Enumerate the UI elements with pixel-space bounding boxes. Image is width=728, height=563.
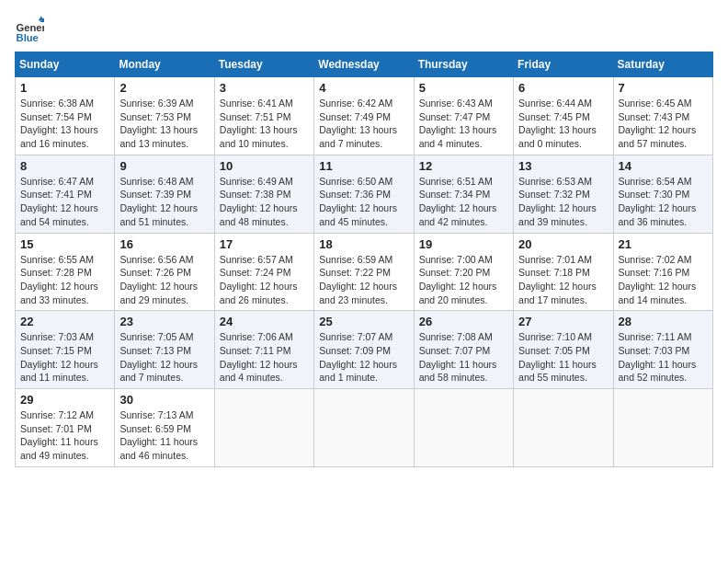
day-info: Sunrise: 6:45 AMSunset: 7:43 PMDaylight:… <box>619 97 708 151</box>
day-info: Sunrise: 6:39 AMSunset: 7:53 PMDaylight:… <box>119 97 209 151</box>
day-info: Sunrise: 6:38 AMSunset: 7:54 PMDaylight:… <box>20 97 109 151</box>
day-number: 1 <box>20 81 109 95</box>
calendar-cell: 10Sunrise: 6:49 AMSunset: 7:38 PMDayligh… <box>214 155 313 233</box>
calendar-cell: 30Sunrise: 7:13 AMSunset: 6:59 PMDayligh… <box>115 389 214 467</box>
calendar-cell: 28Sunrise: 7:11 AMSunset: 7:03 PMDayligh… <box>613 311 712 389</box>
calendar-cell: 5Sunrise: 6:43 AMSunset: 7:47 PMDaylight… <box>414 77 513 155</box>
day-number: 19 <box>419 237 508 251</box>
calendar-cell <box>613 389 712 467</box>
calendar-cell <box>414 389 513 467</box>
calendar-cell: 27Sunrise: 7:10 AMSunset: 7:05 PMDayligh… <box>514 311 613 389</box>
day-number: 9 <box>119 159 209 173</box>
day-number: 5 <box>419 81 508 95</box>
day-info: Sunrise: 7:06 AMSunset: 7:11 PMDaylight:… <box>220 330 309 385</box>
calendar-week-row: 22Sunrise: 7:03 AMSunset: 7:15 PMDayligh… <box>16 311 713 389</box>
day-info: Sunrise: 6:51 AMSunset: 7:34 PMDaylight:… <box>419 175 508 229</box>
col-header-friday: Friday <box>514 52 613 77</box>
calendar-cell: 2Sunrise: 6:39 AMSunset: 7:53 PMDaylight… <box>115 77 214 155</box>
day-number: 14 <box>619 159 708 173</box>
day-number: 21 <box>619 237 708 251</box>
day-number: 4 <box>319 81 408 95</box>
col-header-monday: Monday <box>115 52 214 77</box>
day-number: 2 <box>119 81 209 95</box>
day-number: 11 <box>319 159 408 173</box>
calendar-cell: 13Sunrise: 6:53 AMSunset: 7:32 PMDayligh… <box>514 155 613 233</box>
day-number: 7 <box>619 81 708 95</box>
col-header-wednesday: Wednesday <box>314 52 414 77</box>
day-number: 6 <box>518 81 608 95</box>
col-header-thursday: Thursday <box>414 52 513 77</box>
day-number: 13 <box>518 159 608 173</box>
day-info: Sunrise: 6:53 AMSunset: 7:32 PMDaylight:… <box>518 175 608 229</box>
svg-text:General: General <box>17 22 44 33</box>
day-number: 24 <box>220 315 309 328</box>
day-info: Sunrise: 7:00 AMSunset: 7:20 PMDaylight:… <box>419 253 508 307</box>
calendar-cell: 3Sunrise: 6:41 AMSunset: 7:51 PMDaylight… <box>214 77 313 155</box>
logo: General Blue <box>15 15 44 44</box>
calendar-week-row: 15Sunrise: 6:55 AMSunset: 7:28 PMDayligh… <box>16 233 713 311</box>
day-info: Sunrise: 7:08 AMSunset: 7:07 PMDaylight:… <box>419 330 508 385</box>
day-info: Sunrise: 7:01 AMSunset: 7:18 PMDaylight:… <box>518 253 608 307</box>
day-number: 29 <box>20 393 109 407</box>
day-number: 20 <box>518 237 608 251</box>
day-info: Sunrise: 7:12 AMSunset: 7:01 PMDaylight:… <box>20 408 109 463</box>
day-number: 8 <box>20 159 109 173</box>
day-info: Sunrise: 7:02 AMSunset: 7:16 PMDaylight:… <box>619 253 708 307</box>
day-info: Sunrise: 6:44 AMSunset: 7:45 PMDaylight:… <box>518 97 608 151</box>
calendar-cell: 8Sunrise: 6:47 AMSunset: 7:41 PMDaylight… <box>16 155 115 233</box>
calendar-cell <box>514 389 613 467</box>
day-info: Sunrise: 7:07 AMSunset: 7:09 PMDaylight:… <box>319 330 408 385</box>
calendar-week-row: 8Sunrise: 6:47 AMSunset: 7:41 PMDaylight… <box>16 155 713 233</box>
calendar-cell <box>314 389 414 467</box>
day-info: Sunrise: 6:55 AMSunset: 7:28 PMDaylight:… <box>20 253 109 307</box>
day-number: 3 <box>220 81 309 95</box>
calendar-cell: 25Sunrise: 7:07 AMSunset: 7:09 PMDayligh… <box>314 311 414 389</box>
calendar-cell: 19Sunrise: 7:00 AMSunset: 7:20 PMDayligh… <box>414 233 513 311</box>
calendar-cell: 23Sunrise: 7:05 AMSunset: 7:13 PMDayligh… <box>115 311 214 389</box>
calendar-cell <box>214 389 313 467</box>
day-info: Sunrise: 6:48 AMSunset: 7:39 PMDaylight:… <box>119 175 209 229</box>
day-info: Sunrise: 7:11 AMSunset: 7:03 PMDaylight:… <box>619 330 708 385</box>
day-info: Sunrise: 6:54 AMSunset: 7:30 PMDaylight:… <box>619 175 708 229</box>
day-info: Sunrise: 7:03 AMSunset: 7:15 PMDaylight:… <box>20 330 109 385</box>
calendar-header-row: SundayMondayTuesdayWednesdayThursdayFrid… <box>16 52 713 77</box>
day-info: Sunrise: 7:10 AMSunset: 7:05 PMDaylight:… <box>518 330 608 385</box>
day-info: Sunrise: 6:50 AMSunset: 7:36 PMDaylight:… <box>319 175 408 229</box>
day-number: 22 <box>20 315 109 328</box>
day-info: Sunrise: 6:49 AMSunset: 7:38 PMDaylight:… <box>220 175 309 229</box>
calendar-cell: 29Sunrise: 7:12 AMSunset: 7:01 PMDayligh… <box>16 389 115 467</box>
day-info: Sunrise: 7:05 AMSunset: 7:13 PMDaylight:… <box>119 330 209 385</box>
day-number: 10 <box>220 159 309 173</box>
day-number: 27 <box>518 315 608 328</box>
calendar-cell: 20Sunrise: 7:01 AMSunset: 7:18 PMDayligh… <box>514 233 613 311</box>
calendar-week-row: 1Sunrise: 6:38 AMSunset: 7:54 PMDaylight… <box>16 77 713 155</box>
day-number: 17 <box>220 237 309 251</box>
calendar-cell: 21Sunrise: 7:02 AMSunset: 7:16 PMDayligh… <box>613 233 712 311</box>
calendar-cell: 17Sunrise: 6:57 AMSunset: 7:24 PMDayligh… <box>214 233 313 311</box>
calendar-cell: 11Sunrise: 6:50 AMSunset: 7:36 PMDayligh… <box>314 155 414 233</box>
calendar-cell: 22Sunrise: 7:03 AMSunset: 7:15 PMDayligh… <box>16 311 115 389</box>
day-number: 23 <box>119 315 209 328</box>
calendar-cell: 14Sunrise: 6:54 AMSunset: 7:30 PMDayligh… <box>613 155 712 233</box>
logo-icon: General Blue <box>15 15 44 44</box>
calendar-cell: 6Sunrise: 6:44 AMSunset: 7:45 PMDaylight… <box>514 77 613 155</box>
day-info: Sunrise: 6:41 AMSunset: 7:51 PMDaylight:… <box>220 97 309 151</box>
day-info: Sunrise: 6:47 AMSunset: 7:41 PMDaylight:… <box>20 175 109 229</box>
calendar-cell: 1Sunrise: 6:38 AMSunset: 7:54 PMDaylight… <box>16 77 115 155</box>
day-info: Sunrise: 6:57 AMSunset: 7:24 PMDaylight:… <box>220 253 309 307</box>
calendar-cell: 26Sunrise: 7:08 AMSunset: 7:07 PMDayligh… <box>414 311 513 389</box>
calendar-week-row: 29Sunrise: 7:12 AMSunset: 7:01 PMDayligh… <box>16 389 713 467</box>
day-number: 15 <box>20 237 109 251</box>
day-info: Sunrise: 6:42 AMSunset: 7:49 PMDaylight:… <box>319 97 408 151</box>
day-info: Sunrise: 6:43 AMSunset: 7:47 PMDaylight:… <box>419 97 508 151</box>
col-header-saturday: Saturday <box>613 52 712 77</box>
calendar-cell: 7Sunrise: 6:45 AMSunset: 7:43 PMDaylight… <box>613 77 712 155</box>
day-info: Sunrise: 6:59 AMSunset: 7:22 PMDaylight:… <box>319 253 408 307</box>
calendar-table: SundayMondayTuesdayWednesdayThursdayFrid… <box>15 52 713 467</box>
calendar-cell: 18Sunrise: 6:59 AMSunset: 7:22 PMDayligh… <box>314 233 414 311</box>
day-info: Sunrise: 6:56 AMSunset: 7:26 PMDaylight:… <box>119 253 209 307</box>
day-info: Sunrise: 7:13 AMSunset: 6:59 PMDaylight:… <box>119 408 209 463</box>
svg-text:Blue: Blue <box>17 32 39 43</box>
calendar-cell: 24Sunrise: 7:06 AMSunset: 7:11 PMDayligh… <box>214 311 313 389</box>
calendar-cell: 16Sunrise: 6:56 AMSunset: 7:26 PMDayligh… <box>115 233 214 311</box>
